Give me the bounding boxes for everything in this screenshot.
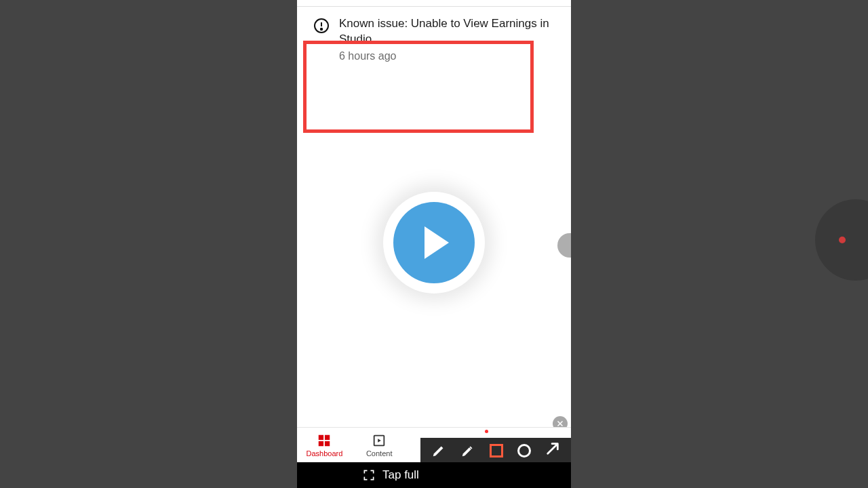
fullscreen-label: Tap full [382, 468, 419, 482]
fullscreen-hint-bar[interactable]: Tap full [297, 462, 571, 488]
fullscreen-icon [362, 468, 376, 482]
dashboard-icon [317, 433, 332, 448]
alert-icon [313, 18, 330, 34]
circle-tool-icon[interactable] [517, 444, 531, 458]
nav-label: Content [366, 449, 393, 458]
header: Notifications [297, 0, 571, 7]
brush-tool-icon[interactable] [431, 443, 446, 458]
svg-rect-3 [319, 434, 323, 439]
notification-time: 6 hours ago [339, 50, 559, 62]
nav-content[interactable]: Content [352, 428, 407, 462]
svg-rect-5 [319, 441, 323, 445]
notification-item[interactable]: Known issue: Unable to View Earnings in … [297, 7, 571, 62]
record-indicator-icon [839, 237, 846, 243]
svg-point-2 [321, 28, 322, 30]
svg-rect-4 [325, 434, 330, 439]
pen-tool-icon[interactable] [460, 443, 475, 458]
play-icon [393, 202, 475, 283]
svg-rect-6 [325, 441, 330, 445]
nav-dashboard[interactable]: Dashboard [297, 428, 352, 462]
notification-title: Known issue: Unable to View Earnings in … [339, 16, 559, 47]
content-icon [372, 433, 387, 448]
nav-label: Dashboard [306, 449, 342, 458]
recorder-bubble[interactable] [815, 199, 868, 281]
back-icon[interactable] [313, 0, 330, 1]
notification-text: Known issue: Unable to View Earnings in … [339, 16, 559, 62]
phone-screen: Notifications Known issue: Unable to Vie… [297, 0, 571, 488]
play-button[interactable] [383, 192, 485, 293]
edge-control-bubble[interactable] [557, 233, 571, 258]
rectangle-tool-icon[interactable] [490, 444, 503, 458]
letterbox-background: Notifications Known issue: Unable to Vie… [0, 0, 868, 488]
arrow-tool-icon[interactable] [545, 441, 560, 460]
